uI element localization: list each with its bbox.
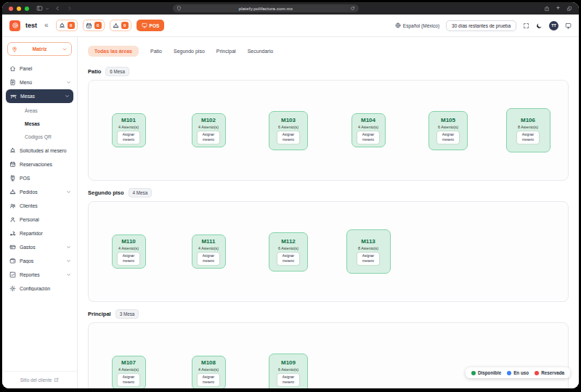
sidebar: Matriz Panel Menú Mesas ÁreasMesasCódigo… xyxy=(2,37,78,388)
sidebar-item-reservaciones[interactable]: Reservaciones xyxy=(2,158,77,171)
sidebar-subitem-codigos-qr[interactable]: Códigos QR xyxy=(2,130,77,143)
branch-selector-button[interactable]: Matriz xyxy=(7,42,72,56)
dark-mode-icon[interactable] xyxy=(536,23,543,29)
globe-icon xyxy=(395,23,401,28)
avatar[interactable]: TT xyxy=(549,21,558,30)
sidebar-item-gastos[interactable]: Gastos xyxy=(2,240,77,254)
client-site-label: Sitio del cliente xyxy=(20,377,52,383)
sidebar-item-solicitudes-al-mesero[interactable]: Solicitudes al mesero xyxy=(2,144,77,158)
sidebar-item-personal[interactable]: Personal xyxy=(2,213,77,226)
sidebar-item-repartidor[interactable]: Repartidor xyxy=(2,226,77,240)
assign-waiter-button[interactable]: Asignar mesero xyxy=(118,131,139,143)
chevron-down-icon xyxy=(66,258,71,264)
assign-waiter-button[interactable]: Asignar mesero xyxy=(517,131,539,143)
area-section-patio: Patio 6 Mesa M101 4 Asiento(s) Asignar m… xyxy=(88,67,569,181)
close-window-button[interactable] xyxy=(9,7,13,11)
assign-waiter-button[interactable]: Asignar mesero xyxy=(118,253,139,264)
table-card-m101[interactable]: M101 4 Asiento(s) Asignar mesero xyxy=(112,113,146,147)
chevron-down-icon[interactable] xyxy=(45,7,49,11)
assign-waiter-button[interactable]: Asignar mesero xyxy=(198,253,219,264)
tab-todas-las-areas[interactable]: Todas las áreas xyxy=(88,46,139,57)
assign-waiter-button[interactable]: Asignar mesero xyxy=(198,131,219,143)
sidebar-item-clientes[interactable]: Clientes xyxy=(2,199,77,213)
tab-overview-icon[interactable] xyxy=(566,6,572,12)
hand-bell-icon xyxy=(9,147,16,154)
table-card-m111[interactable]: M111 4 Asiento(s) Asignar mesero xyxy=(192,234,226,269)
sidebar-item-label: Menú xyxy=(20,80,62,85)
tab-secundario[interactable]: Secundario xyxy=(248,46,273,57)
sidebar-item-menu[interactable]: Menú xyxy=(2,75,77,89)
pos-terminal-icon xyxy=(9,175,16,181)
waiter-requests-counter-button[interactable]: 0 xyxy=(56,20,78,31)
table-card-m104[interactable]: M104 4 Asiento(s) Asignar mesero xyxy=(352,113,386,147)
sections-list: Patio 6 Mesa M101 4 Asiento(s) Asignar m… xyxy=(88,67,569,388)
assign-waiter-button[interactable]: Asignar mesero xyxy=(277,253,299,264)
chevron-down-icon xyxy=(65,94,70,99)
table-card-m105[interactable]: M105 6 Asiento(s) Asignar mesero xyxy=(428,111,468,150)
sidebar-item-label: Pagos xyxy=(20,258,62,264)
table-card-m107[interactable]: M107 4 Asiento(s) Asignar mesero xyxy=(112,356,146,388)
assign-waiter-button[interactable]: Asignar mesero xyxy=(277,131,299,143)
table-seats: 6 Asiento(s) xyxy=(278,246,298,250)
sidebar-item-pedidos[interactable]: Pedidos xyxy=(2,185,77,199)
table-card-m112[interactable]: M112 6 Asiento(s) Asignar mesero xyxy=(269,232,308,271)
sidebar-item-mesas[interactable]: Mesas xyxy=(6,89,73,103)
table-count-badge: 6 Mesa xyxy=(105,67,129,76)
assign-waiter-button[interactable]: Asignar mesero xyxy=(437,131,459,143)
tab-patio[interactable]: Patio xyxy=(150,46,162,57)
assign-waiter-button[interactable]: Asignar mesero xyxy=(357,253,379,264)
branch-name: Matriz xyxy=(17,46,62,52)
tab-segundo-piso[interactable]: Segundo piso xyxy=(174,46,205,57)
status-legend: Disponible En uso Reservada xyxy=(466,367,570,378)
minimize-window-button[interactable] xyxy=(17,7,21,11)
sidebar-item-pos[interactable]: POS xyxy=(2,171,77,185)
table-card-m113[interactable]: M113 8 Asiento(s) Asignar mesero xyxy=(346,229,391,274)
table-name: M111 xyxy=(201,238,215,245)
table-card-m110[interactable]: M110 4 Asiento(s) Asignar mesero xyxy=(112,234,146,269)
tab-principal[interactable]: Principal xyxy=(216,46,236,57)
reservations-counter-button[interactable]: 0 xyxy=(83,20,105,31)
sidebar-item-label: Solicitudes al mesero xyxy=(20,148,71,153)
sidebar-item-pagos[interactable]: Pagos xyxy=(2,254,77,268)
area-section-segundo-piso: Segundo piso 4 Mesa M110 4 Asiento(s) As… xyxy=(88,188,569,302)
orders-counter-button[interactable]: 0 xyxy=(110,20,131,31)
app-logo[interactable] xyxy=(9,20,20,31)
tables-container: M101 4 Asiento(s) Asignar mesero M102 4 … xyxy=(88,80,569,181)
table-card-m102[interactable]: M102 4 Asiento(s) Asignar mesero xyxy=(192,113,226,147)
client-site-link[interactable]: Sitio del cliente xyxy=(2,371,77,388)
share-icon[interactable] xyxy=(544,6,550,12)
zoom-window-button[interactable] xyxy=(25,7,29,11)
table-card-m108[interactable]: M108 4 Asiento(s) Asignar mesero xyxy=(192,356,226,388)
sidebar-subitem-areas[interactable]: Áreas xyxy=(2,104,77,117)
sidebar-item-reportes[interactable]: Reportes xyxy=(2,268,77,282)
sidebar-subitem-mesas[interactable]: Mesas xyxy=(2,117,77,130)
display-icon[interactable] xyxy=(565,23,572,29)
browser-sidebar-icon[interactable] xyxy=(36,5,43,12)
new-tab-icon[interactable]: + xyxy=(556,5,560,12)
back-icon[interactable] xyxy=(54,5,61,12)
address-bar[interactable]: platefy.polifactura.com.mx xyxy=(173,4,359,12)
language-selector[interactable]: Español (México) xyxy=(395,23,439,28)
sidebar-nav: Panel Menú Mesas ÁreasMesasCódigos QR So… xyxy=(2,62,77,371)
chevron-down-icon xyxy=(66,245,71,250)
sidebar-item-label: Pedidos xyxy=(20,189,62,195)
fullscreen-icon[interactable] xyxy=(523,23,529,29)
pos-button[interactable]: POS xyxy=(137,20,165,31)
forward-icon[interactable] xyxy=(66,5,73,12)
sidebar-item-panel[interactable]: Panel xyxy=(2,62,77,75)
language-label: Español (México) xyxy=(403,23,439,28)
collapse-sidebar-icon[interactable]: « xyxy=(44,22,49,29)
reload-icon[interactable] xyxy=(350,6,355,11)
trial-days-button[interactable]: 30 días restantes de prueba xyxy=(446,20,516,31)
person-icon xyxy=(9,216,16,223)
table-card-m109[interactable]: M109 6 Asiento(s) Asignar mesero xyxy=(269,354,308,389)
app-header: test « 0 0 0 POS Español (México) 30 día… xyxy=(2,15,579,37)
assign-waiter-button[interactable]: Asignar mesero xyxy=(118,374,139,385)
assign-waiter-button[interactable]: Asignar mesero xyxy=(198,374,219,385)
table-card-m106[interactable]: M106 8 Asiento(s) Asignar mesero xyxy=(506,108,550,152)
table-card-m103[interactable]: M103 6 Asiento(s) Asignar mesero xyxy=(269,111,308,150)
sidebar-item-configuracion[interactable]: Configuración xyxy=(2,282,77,295)
assign-waiter-button[interactable]: Asignar mesero xyxy=(277,374,299,385)
assign-waiter-button[interactable]: Asignar mesero xyxy=(357,131,379,143)
privacy-shield-icon[interactable] xyxy=(176,6,182,11)
